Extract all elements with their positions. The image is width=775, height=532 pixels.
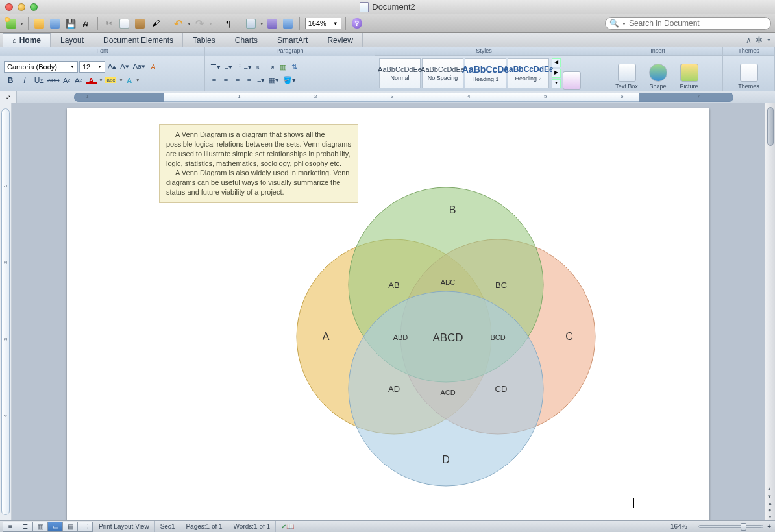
styles-pane-button[interactable] (562, 57, 582, 90)
status-spellcheck[interactable]: ✔📖 (275, 521, 299, 532)
highlight-button[interactable]: abc (104, 75, 117, 86)
status-zoom-value[interactable]: 164% (670, 523, 687, 530)
paste-button[interactable] (133, 16, 147, 30)
search-dropdown-icon[interactable]: ▼ (622, 21, 626, 26)
scroll-down-icon[interactable]: ▾ (768, 493, 772, 500)
ruler-horizontal[interactable]: ⤢ 1 1 2 3 4 5 6 7 (0, 91, 775, 103)
page[interactable]: A Venn Diagram is a diagram that shows a… (67, 108, 709, 520)
clear-formatting-button[interactable]: A (148, 61, 158, 73)
tab-charts[interactable]: Charts (225, 33, 267, 47)
zoom-slider-thumb[interactable] (741, 523, 746, 531)
format-painter-button[interactable]: 🖌 (149, 16, 163, 30)
style-heading-2[interactable]: AaBbCcDdEeHeading 2 (508, 58, 549, 88)
tab-layout[interactable]: Layout (51, 33, 93, 47)
save-button[interactable]: 💾 (64, 16, 78, 30)
zoom-out-button[interactable]: – (691, 523, 695, 530)
font-color-button[interactable]: A (85, 75, 98, 86)
zoom-in-button[interactable]: + (767, 523, 771, 530)
new-doc-button[interactable] (4, 16, 18, 30)
zoom-slider[interactable] (698, 525, 763, 528)
toolbox-button[interactable] (265, 16, 280, 30)
redo-button[interactable]: ↷ (193, 16, 207, 30)
view-fullscreen-button[interactable]: ⛶ (77, 522, 93, 532)
text-effects-button[interactable]: A (124, 75, 134, 86)
show-marks-button[interactable]: ¶ (221, 16, 236, 30)
font-name-combo[interactable]: Cambria (Body)▼ (4, 61, 78, 73)
scroll-up-icon[interactable]: ▴ (768, 485, 772, 492)
redo-dropdown-icon[interactable]: ▼ (208, 21, 213, 26)
shape-button[interactable]: Shape (644, 57, 672, 90)
chevron-down-icon[interactable]: ▼ (767, 38, 771, 42)
themes-button[interactable]: Themes (735, 57, 763, 90)
multilevel-list-button[interactable]: ⋮≡▾ (235, 62, 252, 73)
ribbon-settings-button[interactable]: ✲ (756, 35, 763, 45)
tab-tables[interactable]: Tables (183, 33, 225, 47)
new-dropdown-icon[interactable]: ▼ (19, 21, 24, 26)
styles-prev-button[interactable]: ◀ (552, 58, 561, 67)
columns-button[interactable]: ▥ (278, 62, 288, 73)
change-case-button[interactable]: Aa▾ (132, 61, 147, 73)
tab-review[interactable]: Review (317, 33, 362, 47)
sort-button[interactable]: ⇅ (289, 62, 300, 73)
chevron-down-icon[interactable]: ▼ (119, 79, 123, 82)
align-center-button[interactable]: ≡ (221, 75, 231, 86)
ruler-vertical[interactable]: 1 2 3 4 (0, 103, 12, 520)
styles-more-button[interactable]: ▾ (552, 79, 561, 88)
justify-button[interactable]: ≡ (244, 75, 254, 86)
underline-button[interactable]: U ▼ (32, 74, 45, 87)
view-publishing-button[interactable]: ▥ (32, 522, 48, 532)
copy-button[interactable] (117, 16, 132, 30)
sidebar-toggle-button[interactable] (244, 16, 258, 30)
indent-left-button[interactable]: ⇤ (254, 62, 265, 73)
search-field[interactable]: 🔍 ▼ (605, 17, 771, 30)
superscript-button[interactable]: A2 (62, 75, 72, 86)
browse-object-icon[interactable]: ● (768, 507, 772, 513)
chevron-down-icon[interactable]: ▼ (136, 79, 140, 82)
line-spacing-button[interactable]: ≡▾ (256, 75, 266, 86)
scroll-thumb[interactable] (767, 107, 774, 146)
scrollbar-vertical[interactable]: ▴ ▾ ▲ ● ▼ (765, 103, 775, 520)
undo-button[interactable]: ↶ (171, 16, 186, 30)
gallery-button[interactable] (281, 16, 295, 30)
open-from-button[interactable] (48, 16, 62, 30)
view-notebook-button[interactable]: ▤ (62, 522, 78, 532)
undo-dropdown-icon[interactable]: ▼ (187, 21, 191, 26)
zoom-combo[interactable]: 164%▼ (305, 18, 341, 29)
ruler-corner[interactable]: ⤢ (0, 91, 17, 103)
prev-page-icon[interactable]: ▲ (768, 501, 772, 505)
align-left-button[interactable]: ≡ (209, 75, 219, 86)
view-print-layout-button[interactable]: ▭ (47, 522, 63, 532)
tab-document-elements[interactable]: Document Elements (93, 33, 183, 47)
style-no-spacing[interactable]: AaBbCcDdEeNo Spacing (422, 58, 463, 88)
strikethrough-button[interactable]: ABC (47, 74, 60, 87)
print-button[interactable]: 🖨 (79, 16, 93, 30)
chevron-down-icon[interactable]: ▼ (99, 79, 103, 82)
grow-font-button[interactable]: A▴ (106, 61, 117, 73)
shading-button[interactable]: 🪣▾ (282, 75, 297, 86)
indent-right-button[interactable]: ⇥ (266, 62, 277, 73)
style-normal[interactable]: AaBbCcDdEeNormal (379, 58, 421, 88)
search-input[interactable] (629, 19, 767, 28)
align-right-button[interactable]: ≡ (232, 75, 243, 86)
help-button[interactable]: ? (350, 16, 364, 30)
bullets-button[interactable]: ☰▾ (209, 62, 222, 73)
view-outline-button[interactable]: ≣ (18, 522, 33, 532)
picture-button[interactable]: Picture (675, 57, 704, 90)
tab-smartart[interactable]: SmartArt (267, 33, 317, 47)
cut-button[interactable]: ✂ (102, 16, 116, 30)
open-button[interactable] (32, 16, 47, 30)
italic-button[interactable]: I (18, 74, 31, 87)
sidebar-dropdown-icon[interactable]: ▼ (260, 21, 264, 26)
tab-home[interactable]: ⌂Home (3, 33, 51, 47)
status-pages[interactable]: Pages: 1 of 1 (180, 521, 227, 532)
next-page-icon[interactable]: ▼ (768, 514, 772, 519)
bold-button[interactable]: B (4, 74, 17, 87)
style-heading-1[interactable]: AaBbCcDeHeading 1 (465, 58, 506, 88)
styles-next-button[interactable]: ▶ (552, 69, 561, 78)
borders-button[interactable]: ▦▾ (267, 75, 280, 86)
page-canvas[interactable]: A Venn Diagram is a diagram that shows a… (12, 103, 765, 520)
textbox-button[interactable]: Text Box (613, 57, 641, 90)
subscript-button[interactable]: A2 (73, 75, 84, 86)
status-words[interactable]: Words: 1 of 1 (228, 521, 276, 532)
shrink-font-button[interactable]: A▾ (119, 61, 130, 73)
